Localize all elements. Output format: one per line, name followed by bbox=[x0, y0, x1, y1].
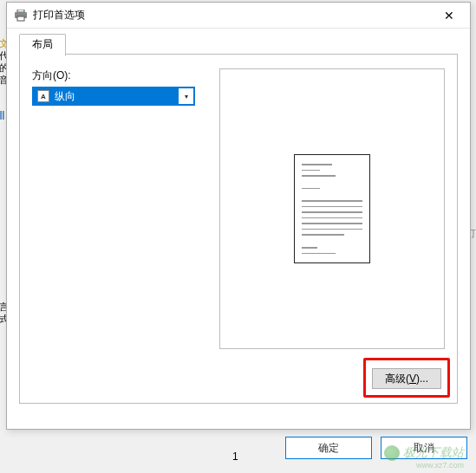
dialog-content: 布局 方向(O): A 纵向 ▾ bbox=[7, 29, 470, 416]
tab-strip: 布局 bbox=[19, 34, 458, 55]
svg-point-3 bbox=[24, 13, 26, 15]
printer-icon bbox=[14, 10, 28, 22]
advanced-button-label: 高级(V)... bbox=[385, 372, 428, 386]
bg-ornament: Ⅱ bbox=[0, 108, 5, 122]
print-preferences-dialog: 打印首选项 ✕ 布局 方向(O): A 纵向 ▾ bbox=[6, 2, 471, 430]
page-preview bbox=[294, 154, 370, 263]
portrait-icon: A bbox=[37, 90, 49, 102]
cancel-button[interactable]: 取消 bbox=[381, 437, 467, 459]
advanced-button[interactable]: 高级(V)... bbox=[372, 368, 441, 389]
titlebar: 打印首选项 ✕ bbox=[7, 3, 470, 29]
print-preview-box bbox=[219, 68, 445, 349]
chevron-down-icon[interactable]: ▾ bbox=[178, 88, 193, 104]
orientation-selected: A 纵向 bbox=[34, 88, 178, 104]
orientation-value: 纵向 bbox=[55, 89, 75, 104]
page-number: 1 bbox=[232, 450, 238, 463]
svg-rect-2 bbox=[17, 16, 24, 21]
tab-panel-layout: 方向(O): A 纵向 ▾ bbox=[19, 54, 458, 404]
ok-button[interactable]: 确定 bbox=[285, 437, 372, 459]
dialog-title: 打印首选项 bbox=[33, 8, 432, 23]
close-button[interactable]: ✕ bbox=[432, 3, 466, 28]
orientation-combo[interactable]: A 纵向 ▾ bbox=[32, 87, 195, 106]
tab-layout[interactable]: 布局 bbox=[19, 34, 66, 56]
dialog-buttons: 确定 取消 bbox=[285, 437, 467, 459]
watermark-url: www.xz7.com bbox=[416, 461, 464, 470]
svg-rect-0 bbox=[17, 10, 24, 12]
